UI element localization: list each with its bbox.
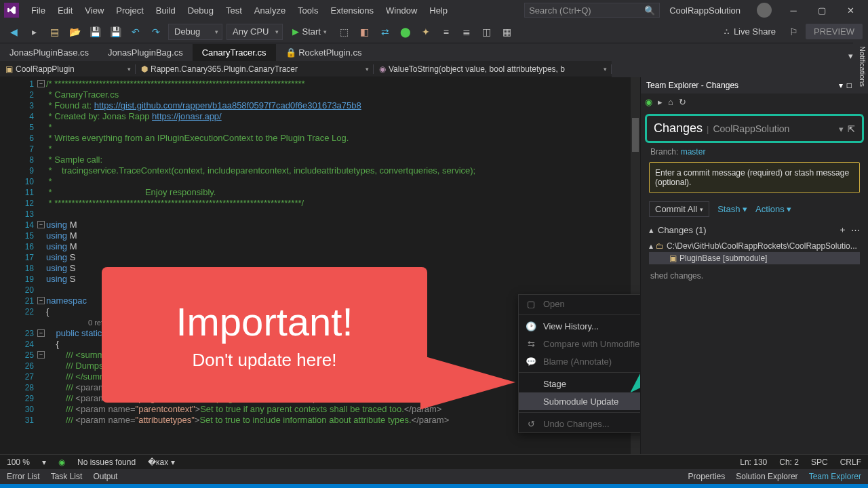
tab-properties[interactable]: Properties [688, 472, 726, 481]
search-input[interactable]: Search (Ctrl+Q)🔍 [524, 3, 660, 18]
menu-analyze[interactable]: Analyze [249, 3, 291, 18]
folder-icon: 🗀 [656, 241, 664, 251]
tab-jonaspluginbag[interactable]: JonasPluginBag.cs [98, 44, 193, 61]
nav-class[interactable]: ⬢Rappen.Canary365.Plugin.CanaryTracer [136, 64, 374, 74]
tb-icon-5[interactable]: ✦ [418, 24, 434, 40]
lock-icon: 🔒 [285, 47, 296, 58]
toolbar: ◀ ▸ ▤ 📂 💾 💾 ↶ ↷ Debug Any CPU ▶Start▾ ⬚ … [0, 20, 868, 43]
tree-root[interactable]: ▴🗀C:\Dev\GitHub\CoolRappRockets\CoolRapp… [649, 240, 860, 252]
menu-build[interactable]: Build [151, 3, 181, 18]
config-dropdown[interactable]: Debug [168, 24, 222, 40]
open-file-icon[interactable]: 📂 [66, 24, 83, 40]
menu-tools[interactable]: Tools [292, 3, 323, 18]
tb-icon-3[interactable]: ⇄ [377, 24, 393, 40]
tb-icon-6[interactable]: ≡ [438, 24, 454, 40]
open-icon: ▢ [526, 299, 536, 309]
issues-label[interactable]: No issues found [77, 458, 136, 467]
changes-tree: ▴🗀C:\Dev\GitHub\CoolRappRockets\CoolRapp… [641, 240, 868, 264]
ctx-submodule-update[interactable]: Submodule Update [519, 392, 640, 410]
menu-project[interactable]: Project [111, 3, 149, 18]
tb-icon-8[interactable]: ◫ [479, 24, 495, 40]
more-icon[interactable]: ⋯ [851, 225, 860, 235]
tab-solution-explorer[interactable]: Solution Explorer [736, 472, 797, 481]
chevron-down-icon[interactable]: ▾ [839, 124, 844, 134]
menu-debug[interactable]: Debug [182, 3, 219, 18]
window-icon[interactable]: □ [847, 81, 852, 90]
tab-output[interactable]: Output [93, 472, 117, 481]
home-icon[interactable]: ⌂ [668, 97, 673, 107]
tb-icon-1[interactable]: ⬚ [336, 24, 353, 40]
code-editor[interactable]: 1−/* ***********************************… [0, 77, 640, 454]
ctx-stage[interactable]: Stage [519, 375, 640, 392]
menu-extensions[interactable]: Extensions [325, 3, 379, 18]
actions-link[interactable]: Actions ▾ [755, 204, 791, 214]
annotation-callout: Important! Don't update here! [102, 267, 427, 403]
zoom-level[interactable]: 100 % [7, 458, 30, 467]
menu-test[interactable]: Test [220, 3, 248, 18]
solution-name: CoolRappSolution [669, 5, 741, 16]
menu-bar: File Edit View Project Build Debug Test … [0, 0, 868, 20]
changes-section-header[interactable]: ▴Changes (1) ＋⋯ [641, 220, 868, 240]
undo-icon[interactable]: ↶ [127, 24, 144, 40]
stash-link[interactable]: Stash ▾ [717, 204, 747, 214]
nav-fwd-icon[interactable]: ▸ [26, 24, 42, 40]
back-icon[interactable]: ◉ [645, 97, 652, 107]
ctx-open: ▢Open [519, 295, 640, 312]
tree-submodule[interactable]: ▣PluginBase [submodule] [649, 252, 860, 264]
commit-all-button[interactable]: Commit All▾ [649, 201, 709, 217]
pin-icon[interactable]: ▾ [839, 81, 843, 90]
collapse-icon: ▴ [649, 225, 654, 235]
feedback-icon[interactable]: ⚐ [785, 24, 802, 40]
ctx-blame: 💬Blame (Annotate) [519, 352, 640, 370]
module-icon: ▣ [669, 253, 677, 263]
tab-jonaspluginbase[interactable]: JonasPluginBase.cs [0, 44, 98, 61]
menu-window[interactable]: Window [380, 3, 422, 18]
tab-team-explorer[interactable]: Team Explorer [809, 472, 861, 481]
branch-link[interactable]: master [681, 147, 706, 157]
minimize-button[interactable]: ─ [780, 1, 807, 20]
live-share-button[interactable]: ⛬Live Share [717, 26, 781, 37]
stage-all-icon[interactable]: ＋ [838, 224, 847, 236]
popout-icon[interactable]: ⇱ [848, 124, 855, 134]
nav-bar: ▣CoolRappPlugin ⬢Rappen.Canary365.Plugin… [0, 61, 612, 77]
platform-dropdown[interactable]: Any CPU [226, 24, 283, 40]
menu-file[interactable]: File [26, 3, 51, 18]
commit-message-input[interactable]: Enter a commit message (required) or sta… [649, 162, 860, 193]
notifications-tab[interactable]: Notifications [853, 42, 868, 91]
tb-icon-7[interactable]: ≣ [458, 24, 475, 40]
fwd-icon[interactable]: ▸ [658, 97, 663, 107]
ctx-history[interactable]: 🕑View History... [519, 317, 640, 335]
tb-icon-2[interactable]: ◧ [357, 24, 373, 40]
team-explorer-panel: Team Explorer - Changes ▾□✕ ◉ ▸ ⌂ ↻ Chan… [640, 77, 868, 454]
save-icon[interactable]: 💾 [87, 24, 103, 40]
maximize-button[interactable]: ▢ [808, 1, 835, 20]
nav-project[interactable]: ▣CoolRappPlugin [0, 64, 136, 74]
line-col: Ln: 130 [740, 458, 767, 467]
new-project-icon[interactable]: ▤ [46, 24, 62, 40]
search-icon: 🔍 [644, 5, 655, 16]
annotation-arrow [420, 355, 515, 409]
panel-toolbar: ◉ ▸ ⌂ ↻ [641, 94, 868, 110]
tab-task-list[interactable]: Task List [51, 472, 83, 481]
tab-rocketplugin[interactable]: 🔒 RocketPlugin.cs [276, 44, 372, 61]
play-icon: ▶ [292, 26, 299, 37]
tb-icon-4[interactable]: ⬤ [397, 24, 414, 40]
preview-button[interactable]: PREVIEW [806, 24, 863, 39]
nav-method[interactable]: ◉ValueToString(object value, bool attrib… [374, 64, 612, 74]
branch-row: Branch: master [641, 147, 868, 157]
redo-icon[interactable]: ↷ [148, 24, 164, 40]
tab-canarytracer[interactable]: CanaryTracer.cs [193, 44, 276, 61]
changes-header[interactable]: Changes|CoolRappSolution ▾ ⇱ [645, 114, 864, 143]
start-button[interactable]: ▶Start▾ [287, 24, 332, 40]
tb-icon-9[interactable]: ▦ [499, 24, 515, 40]
tab-error-list[interactable]: Error List [7, 472, 40, 481]
menu-help[interactable]: Help [424, 3, 453, 18]
save-all-icon[interactable]: 💾 [107, 24, 123, 40]
avatar[interactable] [757, 3, 772, 18]
refresh-icon[interactable]: ↻ [679, 97, 686, 107]
close-button[interactable]: ✕ [837, 1, 864, 20]
nav-back-icon[interactable]: ◀ [5, 24, 22, 40]
menu-edit[interactable]: Edit [52, 3, 78, 18]
compare-icon: ⇆ [526, 339, 536, 349]
menu-view[interactable]: View [79, 3, 109, 18]
